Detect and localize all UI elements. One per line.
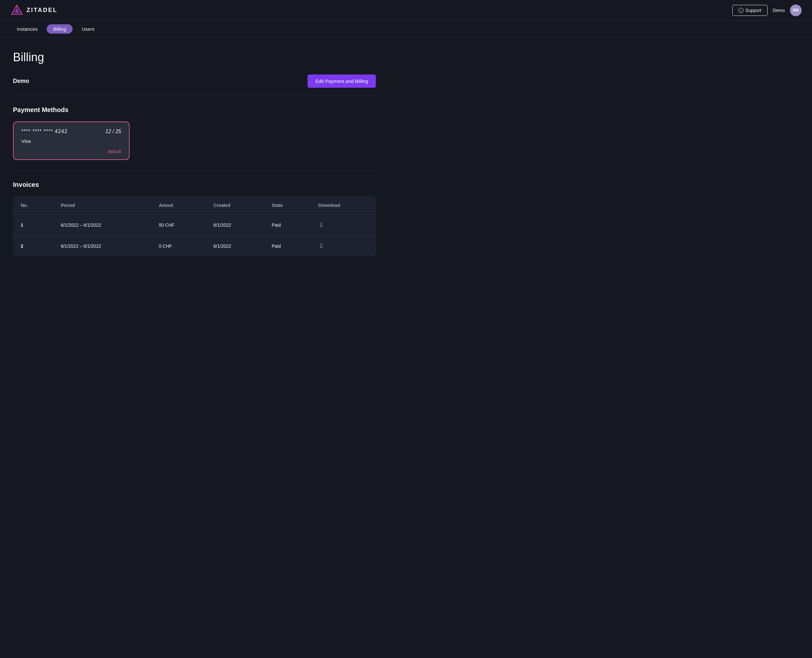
col-no: No. <box>13 196 53 215</box>
cell-period: 6/1/2022 – 6/1/2022 <box>53 215 151 236</box>
logo-text: ZITADEL <box>27 7 58 14</box>
invoices-title: Invoices <box>13 181 376 188</box>
nav-item-users[interactable]: Users <box>75 24 101 34</box>
cell-period: 6/1/2022 – 6/1/2022 <box>53 236 151 257</box>
demo-row: Demo Edit Payment and Billing <box>13 74 376 88</box>
payment-methods-title: Payment Methods <box>13 106 376 114</box>
invoices-table: No. Period Amout Created State Download … <box>13 196 376 257</box>
col-state: State <box>264 196 310 215</box>
table-header-row: No. Period Amout Created State Download <box>13 196 376 215</box>
edit-payment-button[interactable]: Edit Payment and Billing <box>308 74 376 88</box>
demo-name: Demo <box>13 78 29 85</box>
cell-download[interactable]: ⇩ <box>311 236 376 257</box>
table-row: 1 6/1/2022 – 6/1/2022 50 CHF 6/1/2022 Pa… <box>13 215 376 236</box>
support-label: Support <box>746 8 762 13</box>
card-top-row: **** **** **** 4242 12 / 25 <box>21 128 121 135</box>
header-actions: i Support Demo RR <box>732 5 802 16</box>
download-icon[interactable]: ⇩ <box>319 221 324 229</box>
nav-item-instances[interactable]: Instances <box>10 24 44 34</box>
card-number: **** **** **** 4242 <box>21 128 68 135</box>
cell-created: 6/1/2022 <box>206 236 264 257</box>
download-icon[interactable]: ⇩ <box>319 242 324 250</box>
divider-1 <box>13 96 376 96</box>
table-row: 2 6/1/2022 – 6/1/2022 0 CHF 6/1/2022 Pai… <box>13 236 376 257</box>
invoices-section: Invoices No. Period Amout Created State … <box>13 181 376 257</box>
divider-2 <box>13 170 376 171</box>
page-title: Billing <box>13 50 376 64</box>
cell-created: 6/1/2022 <box>206 215 264 236</box>
card-expiry: 12 / 25 <box>105 128 121 135</box>
main-content: Billing Demo Edit Payment and Billing Pa… <box>0 38 389 269</box>
card-type: Visa <box>21 138 121 144</box>
invoices-table-container: No. Period Amout Created State Download … <box>13 196 376 257</box>
cell-amount: 0 CHF <box>151 236 206 257</box>
cell-no: 2 <box>13 236 53 257</box>
cell-download[interactable]: ⇩ <box>311 215 376 236</box>
header: ZITADEL i Support Demo RR <box>0 0 812 21</box>
info-icon: i <box>738 8 744 13</box>
main-nav: Instances Billing Users <box>0 21 812 38</box>
nav-item-billing[interactable]: Billing <box>47 24 72 34</box>
cell-state: Paid <box>264 236 310 257</box>
logo-area: ZITADEL <box>10 4 58 17</box>
cell-no: 1 <box>13 215 53 236</box>
col-created: Created <box>206 196 264 215</box>
card-default-label: default <box>21 149 121 154</box>
demo-label: Demo <box>773 8 785 13</box>
avatar[interactable]: RR <box>790 5 802 16</box>
col-period: Period <box>53 196 151 215</box>
col-amount: Amout <box>151 196 206 215</box>
support-button[interactable]: i Support <box>732 5 768 16</box>
col-download: Download <box>311 196 376 215</box>
zitadel-logo-icon <box>10 4 24 17</box>
payment-methods-section: Payment Methods **** **** **** 4242 12 /… <box>13 106 376 170</box>
cell-amount: 50 CHF <box>151 215 206 236</box>
payment-card: **** **** **** 4242 12 / 25 Visa default <box>13 121 130 160</box>
cell-state: Paid <box>264 215 310 236</box>
